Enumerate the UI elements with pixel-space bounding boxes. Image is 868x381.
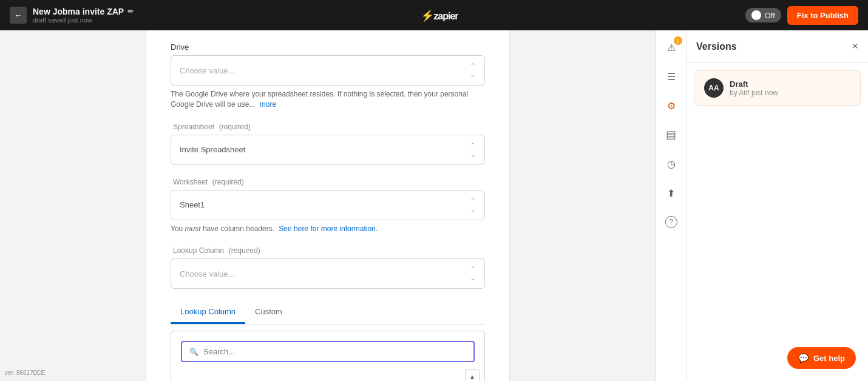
scroll-up-button[interactable]: ▲ [465, 369, 480, 381]
badge: 1 [674, 36, 682, 45]
version-by: by Atif just now [730, 89, 778, 97]
worksheet-input[interactable]: Sheet1 ⌃⌄ [171, 190, 485, 220]
zap-title: New Jobma invite ZAP [33, 7, 124, 16]
gear-icon-sidebar[interactable]: ⚙ [662, 96, 681, 115]
worksheet-field-group: Worksheet (required) Sheet1 ⌃⌄ You must … [171, 177, 485, 234]
lookup-column-input[interactable]: Choose value... ⌃⌄ [171, 258, 485, 289]
versions-panel: Versions × AA Draft by Atif just now [686, 30, 868, 381]
main-container: Drive Choose value... ⌃⌄ The Google Driv… [0, 30, 868, 381]
tab-lookup-column[interactable]: Lookup Column [171, 301, 245, 324]
drive-more-link[interactable]: more [260, 100, 276, 109]
drive-section: Drive Choose value... ⌃⌄ The Google Driv… [146, 30, 509, 381]
version-info: Draft by Atif just now [730, 79, 778, 97]
header-left: ← New Jobma invite ZAP ✏ draft saved jus… [10, 7, 134, 24]
center-content: Drive Choose value... ⌃⌄ The Google Driv… [0, 30, 656, 381]
search-input[interactable] [203, 347, 466, 356]
versions-header: Versions × [687, 30, 868, 63]
versions-title: Versions [696, 41, 737, 52]
version-number: ver. 866170CE [5, 369, 45, 376]
tabs-container: Lookup Column Custom [171, 301, 485, 325]
lookup-column-chevron: ⌃⌄ [470, 265, 476, 282]
chat-bubble-icon: 💬 [798, 353, 809, 363]
worksheet-label: Worksheet (required) [171, 177, 485, 186]
upload-icon-sidebar[interactable]: ⬆ [662, 183, 681, 203]
drive-chevron: ⌃⌄ [470, 62, 476, 79]
lookup-column-field-group: Lookup Column (required) Choose value...… [171, 246, 485, 289]
toggle-label: Off [765, 11, 775, 20]
icon-sidebar: 1 ⚠ ☰ ⚙ ▤ ◷ ⬆ ? [656, 30, 686, 381]
versions-close-button[interactable]: × [852, 40, 858, 53]
toggle-circle [751, 10, 761, 20]
edit-title-icon[interactable]: ✏ [127, 7, 134, 16]
app-header: ← New Jobma invite ZAP ✏ draft saved jus… [0, 0, 868, 30]
lookup-column-label: Lookup Column (required) [171, 246, 485, 255]
drive-placeholder: Choose value... [180, 66, 234, 75]
drive-input[interactable]: Choose value... ⌃⌄ [171, 55, 485, 86]
spreadsheet-field-group: Spreadsheet (required) Invite Spreadshee… [171, 122, 485, 165]
get-help-label: Get help [813, 354, 845, 363]
version-avatar: AA [704, 78, 724, 98]
dropdown-panel: 🔍 ▲ Name COL$A [171, 331, 485, 381]
header-center: ⚡zapier [421, 8, 458, 22]
list-icon-sidebar[interactable]: ☰ [662, 67, 681, 86]
spreadsheet-value: Invite Spreadsheet [180, 145, 245, 154]
publish-button[interactable]: Fix to Publish [787, 6, 858, 25]
worksheet-hint: You must have column headers. See here f… [171, 224, 485, 234]
search-icon: 🔍 [189, 348, 198, 356]
header-title-main: New Jobma invite ZAP ✏ [33, 7, 134, 16]
clock-icon-sidebar[interactable]: ◷ [662, 154, 681, 174]
worksheet-info-link[interactable]: See here for more information. [279, 224, 378, 233]
draft-status: draft saved just now [33, 16, 134, 24]
worksheet-value: Sheet1 [180, 200, 205, 209]
drive-label: Drive [171, 42, 485, 52]
worksheet-chevron: ⌃⌄ [470, 197, 476, 214]
version-name: Draft [730, 79, 778, 89]
lookup-column-placeholder: Choose value... [180, 269, 234, 278]
spreadsheet-chevron: ⌃⌄ [470, 141, 476, 158]
get-help-button[interactable]: 💬 Get help [787, 347, 856, 369]
back-button[interactable]: ← [10, 7, 27, 24]
drive-field-group: Drive Choose value... ⌃⌄ The Google Driv… [171, 42, 485, 110]
search-box: 🔍 [181, 341, 475, 362]
spreadsheet-label: Spreadsheet (required) [171, 122, 485, 131]
spreadsheet-input[interactable]: Invite Spreadsheet ⌃⌄ [171, 135, 485, 165]
layers-icon-sidebar[interactable]: ▤ [662, 125, 681, 144]
zapier-logo: ⚡zapier [421, 8, 458, 22]
header-title-group: New Jobma invite ZAP ✏ draft saved just … [33, 7, 134, 24]
warning-icon-sidebar[interactable]: 1 ⚠ [662, 38, 681, 57]
version-draft-item[interactable]: AA Draft by Atif just now [694, 70, 861, 106]
drive-hint: The Google Drive where your spreadsheet … [171, 89, 485, 110]
header-right: Off Fix to Publish [745, 6, 858, 25]
toggle-off-button[interactable]: Off [745, 8, 781, 22]
tab-custom[interactable]: Custom [245, 301, 292, 324]
help-icon-sidebar[interactable]: ? [662, 212, 681, 232]
